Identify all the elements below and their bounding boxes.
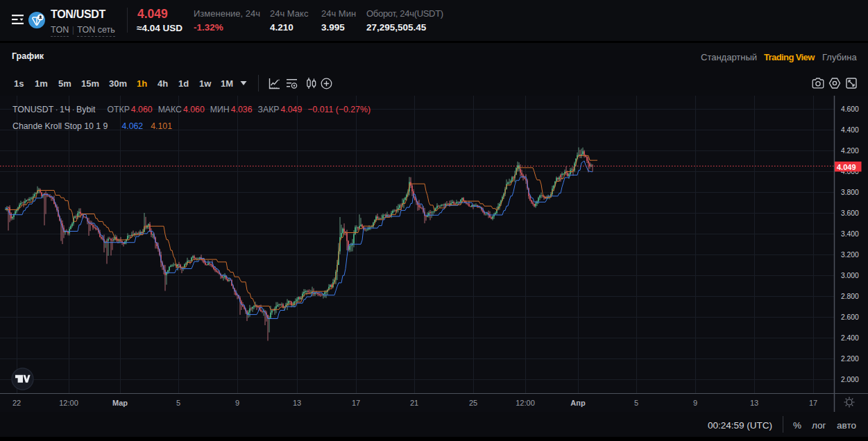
svg-text:25: 25 xyxy=(469,399,477,407)
svg-text:3.000: 3.000 xyxy=(841,272,859,279)
svg-text:2.800: 2.800 xyxy=(841,293,859,300)
svg-text:21: 21 xyxy=(410,399,418,407)
svg-text:4.600: 4.600 xyxy=(841,105,859,113)
svg-text:17: 17 xyxy=(809,399,817,407)
svg-text:3.800: 3.800 xyxy=(841,189,859,196)
svg-text:5: 5 xyxy=(176,399,180,407)
svg-text:12:00: 12:00 xyxy=(59,399,78,407)
svg-text:3.200: 3.200 xyxy=(841,251,859,259)
svg-text:3.600: 3.600 xyxy=(841,209,859,217)
svg-text:4.049: 4.049 xyxy=(837,163,856,171)
svg-text:2.600: 2.600 xyxy=(841,313,859,321)
svg-text:Апр: Апр xyxy=(570,399,586,407)
svg-text:13: 13 xyxy=(293,399,301,407)
svg-text:4.400: 4.400 xyxy=(841,126,859,134)
svg-text:Мар: Мар xyxy=(112,399,128,407)
svg-text:2.000: 2.000 xyxy=(841,376,859,383)
svg-text:3.400: 3.400 xyxy=(841,230,859,238)
svg-text:12:00: 12:00 xyxy=(516,399,535,407)
svg-text:5: 5 xyxy=(634,399,638,407)
svg-text:4.200: 4.200 xyxy=(841,147,859,155)
svg-text:2.400: 2.400 xyxy=(841,334,859,342)
svg-text:17: 17 xyxy=(352,399,360,407)
svg-text:13: 13 xyxy=(750,399,758,407)
svg-text:9: 9 xyxy=(235,399,239,407)
svg-text:2.200: 2.200 xyxy=(841,355,859,363)
svg-text:22: 22 xyxy=(12,399,21,407)
svg-text:9: 9 xyxy=(693,399,697,407)
